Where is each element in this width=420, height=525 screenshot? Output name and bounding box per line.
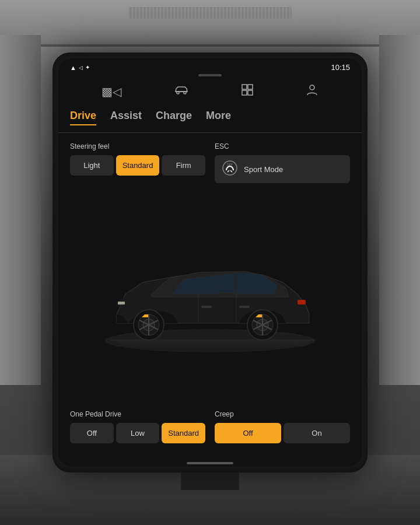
signal-icon: ▲	[70, 64, 76, 71]
svg-rect-6	[248, 90, 253, 95]
esc-label: ESC	[215, 142, 350, 150]
car-image-area	[70, 190, 350, 403]
esc-icon-wrapper: OFF	[222, 160, 238, 178]
car-illustration	[82, 239, 338, 355]
status-icons-left: ▲ ◁ ✦	[70, 64, 90, 71]
steering-light-btn[interactable]: Light	[70, 155, 114, 176]
home-indicator	[187, 462, 233, 464]
one-pedal-standard-btn[interactable]: Standard	[162, 423, 205, 443]
one-pedal-buttons: Off Low Standard	[70, 423, 205, 443]
svg-rect-4	[248, 85, 253, 89]
creep-label: Creep	[215, 410, 350, 418]
svg-text:OFF: OFF	[227, 163, 233, 166]
one-pedal-off-btn[interactable]: Off	[70, 423, 114, 443]
grid-icon[interactable]	[241, 83, 254, 99]
bottom-controls: One Pedal Drive Off Low Standard Creep O…	[70, 410, 350, 448]
nav-icons: ▩◁	[58, 80, 362, 105]
car-interior: ▲ ◁ ✦ 10:15 ▩◁	[0, 0, 420, 525]
steering-firm-btn[interactable]: Firm	[162, 155, 205, 176]
main-content: Steering feel Light Standard Firm ESC	[58, 133, 362, 457]
wifi-icon: ◁	[79, 65, 83, 71]
svg-rect-30	[298, 300, 306, 304]
steering-feel-label: Steering feel	[70, 142, 205, 150]
tab-assist[interactable]: Assist	[110, 110, 142, 125]
profile-icon[interactable]	[306, 83, 318, 99]
svg-line-10	[230, 170, 232, 172]
esc-sport-mode-button[interactable]: OFF Sport Mode	[215, 155, 350, 183]
creep-on-btn[interactable]: On	[284, 423, 350, 443]
steering-standard-btn[interactable]: Standard	[116, 155, 160, 176]
svg-rect-15	[201, 306, 212, 308]
creep-group: Creep Off On	[215, 410, 350, 443]
esc-group: ESC OFF Sport M	[215, 142, 350, 183]
creep-off-btn[interactable]: Off	[215, 423, 281, 443]
top-controls-row: Steering feel Light Standard Firm ESC	[70, 142, 350, 183]
status-bar: ▲ ◁ ✦ 10:15	[58, 58, 362, 74]
drag-handle	[198, 74, 222, 76]
tab-more[interactable]: More	[206, 110, 231, 125]
car-icon[interactable]	[173, 85, 190, 98]
svg-rect-16	[239, 306, 250, 308]
creep-buttons: Off On	[215, 423, 350, 443]
svg-rect-3	[242, 85, 247, 89]
tab-bar: Drive Assist Charge More	[58, 105, 362, 133]
svg-rect-5	[242, 90, 247, 95]
svg-rect-29	[118, 302, 125, 304]
interior-left	[0, 35, 41, 385]
one-pedal-low-btn[interactable]: Low	[116, 423, 160, 443]
steering-feel-group: Steering feel Light Standard Firm	[70, 142, 205, 183]
tab-charge[interactable]: Charge	[156, 110, 192, 125]
one-pedal-drive-group: One Pedal Drive Off Low Standard	[70, 410, 205, 443]
tab-drive[interactable]: Drive	[70, 110, 96, 125]
esc-sport-mode-label: Sport Mode	[244, 165, 283, 174]
one-pedal-label: One Pedal Drive	[70, 410, 205, 418]
screen: ▲ ◁ ✦ 10:15 ▩◁	[58, 58, 362, 467]
interior-right	[379, 35, 420, 385]
bluetooth-icon: ✦	[85, 64, 90, 71]
svg-line-9	[228, 170, 229, 172]
status-time: 10:15	[331, 63, 350, 72]
interior-top	[0, 0, 420, 47]
svg-point-7	[310, 85, 314, 90]
steering-feel-buttons: Light Standard Firm	[70, 155, 205, 176]
camera-icon[interactable]: ▩◁	[102, 85, 121, 99]
speaker-grille	[128, 7, 292, 19]
screen-bezel: ▲ ◁ ✦ 10:15 ▩◁	[52, 52, 368, 473]
